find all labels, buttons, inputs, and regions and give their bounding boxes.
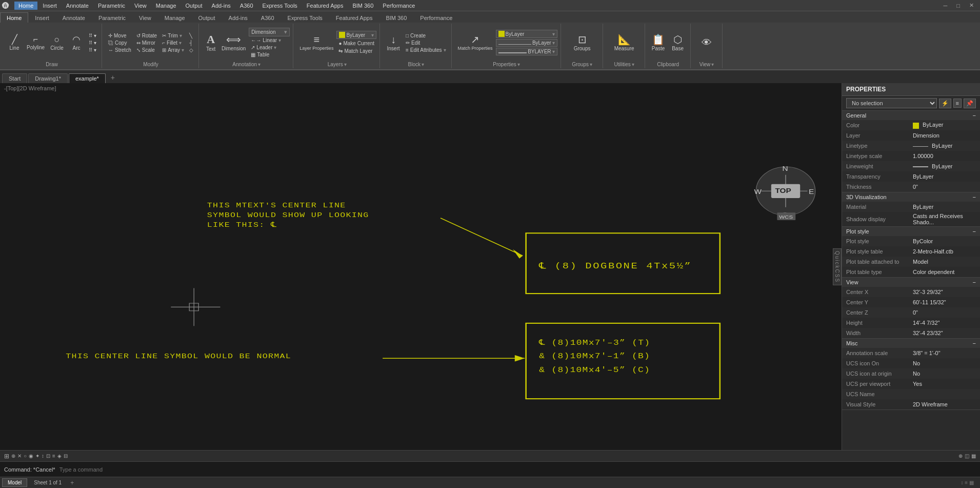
tab-drawing1[interactable]: Drawing1* bbox=[28, 73, 68, 83]
draw-extra-3[interactable]: ⠿▾ bbox=[87, 47, 98, 53]
line-button[interactable]: ╱ Line bbox=[5, 34, 24, 52]
selection-filter-dropdown[interactable]: No selection bbox=[846, 98, 937, 108]
properties-pin-button[interactable]: 📌 bbox=[964, 99, 976, 108]
new-tab-button[interactable]: + bbox=[107, 72, 119, 83]
tab-bim360[interactable]: BIM 360 bbox=[379, 12, 413, 23]
tab-addins[interactable]: Add-ins bbox=[222, 12, 254, 23]
window-restore[interactable]: □ bbox=[952, 2, 964, 10]
menu-performance[interactable]: Performance bbox=[378, 2, 419, 10]
group-button[interactable]: ⊡ Groups bbox=[572, 33, 593, 52]
menu-a360[interactable]: A360 bbox=[236, 2, 257, 10]
properties-list-button[interactable]: ≡ bbox=[953, 99, 962, 108]
status-icon-right-2[interactable]: ◫ bbox=[965, 453, 969, 459]
quick-css-panel[interactable]: QuickCSS bbox=[833, 248, 842, 285]
menu-parametric[interactable]: Parametric bbox=[94, 2, 129, 10]
layer-properties-button[interactable]: ≡ Layer Properties bbox=[297, 33, 335, 52]
polyline-button[interactable]: ⌐ Polyline bbox=[25, 34, 47, 51]
menu-bim360[interactable]: BIM 360 bbox=[348, 2, 377, 10]
menu-express[interactable]: Express Tools bbox=[258, 2, 302, 10]
text-button[interactable]: A Text bbox=[203, 33, 218, 53]
menu-annotate[interactable]: Annotate bbox=[62, 2, 93, 10]
draw-extra-2[interactable]: ⠿▾ bbox=[87, 40, 98, 46]
menu-insert[interactable]: Insert bbox=[38, 2, 61, 10]
window-minimize[interactable]: ─ bbox=[939, 2, 952, 10]
add-layout-button[interactable]: + bbox=[70, 479, 74, 486]
edit-button[interactable]: ✏ Edit bbox=[404, 40, 448, 46]
menu-view[interactable]: View bbox=[130, 2, 151, 10]
modify-extra-1[interactable]: ╲ bbox=[187, 32, 195, 39]
modify-extra-3[interactable]: ◇ bbox=[187, 47, 195, 53]
layers-dropdown-arrow[interactable]: ▾ bbox=[344, 62, 347, 67]
status-icon-right-1[interactable]: ⊕ bbox=[958, 453, 963, 459]
properties-dropdown-arrow[interactable]: ▾ bbox=[517, 62, 520, 67]
stretch-button[interactable]: ↔ Stretch bbox=[106, 47, 133, 53]
arc-button[interactable]: ◠ Arc bbox=[67, 34, 86, 52]
misc-section-header[interactable]: Misc − bbox=[842, 339, 980, 348]
draw-extra-1[interactable]: ⠿▾ bbox=[87, 32, 98, 39]
canvas-area[interactable]: -[Top][2D Wireframe] THIS MTEXT'S CENTER… bbox=[0, 83, 842, 450]
trim-button[interactable]: ✂ Trim ▾ bbox=[160, 32, 186, 39]
create-button[interactable]: □ Create bbox=[404, 32, 448, 39]
dimension-dropdown[interactable]: Dimension ▾ bbox=[249, 28, 290, 36]
linetype-dropdown[interactable]: ByLayer ▾ bbox=[496, 39, 557, 47]
array-button[interactable]: ⊞ Array ▾ bbox=[160, 47, 186, 53]
general-section-header[interactable]: General − bbox=[842, 111, 980, 120]
insert-button[interactable]: ↓ Insert bbox=[384, 33, 403, 52]
tab-home[interactable]: Home bbox=[0, 12, 28, 23]
copy-button[interactable]: ⿻ Copy bbox=[106, 40, 133, 46]
tab-annotate[interactable]: Annotate bbox=[56, 12, 92, 23]
mirror-button[interactable]: ⇔ Mirror bbox=[134, 40, 159, 46]
bottom-tab-model[interactable]: Model bbox=[2, 478, 27, 487]
make-current-button[interactable]: ● Make Current bbox=[336, 40, 376, 47]
view-section-header[interactable]: View − bbox=[842, 278, 980, 287]
view-dropdown-arrow[interactable]: ▾ bbox=[711, 62, 714, 67]
fillet-button[interactable]: ⌐ Fillet ▾ bbox=[160, 40, 186, 46]
tab-output[interactable]: Output bbox=[192, 12, 222, 23]
tab-performance[interactable]: Performance bbox=[413, 12, 459, 23]
rotate-button[interactable]: ↺ Rotate bbox=[134, 32, 159, 39]
tab-a360[interactable]: A360 bbox=[254, 12, 281, 23]
command-input[interactable] bbox=[59, 466, 976, 473]
match-properties-button[interactable]: ↗ Match Properties bbox=[456, 33, 495, 52]
tab-manage[interactable]: Manage bbox=[158, 12, 192, 23]
base-button[interactable]: ⬡ Base bbox=[669, 33, 687, 52]
layer-dropdown[interactable]: ByLayer ▾ bbox=[336, 31, 376, 39]
annotation-dropdown-arrow[interactable]: ▾ bbox=[258, 62, 261, 67]
tab-view[interactable]: View bbox=[132, 12, 158, 23]
measure-button[interactable]: 📐 Measure bbox=[612, 33, 636, 52]
menu-featured[interactable]: Featured Apps bbox=[303, 2, 348, 10]
menu-home[interactable]: Home bbox=[14, 2, 37, 10]
dimension-button[interactable]: ⟺ Dimension bbox=[219, 33, 248, 52]
color-dropdown[interactable]: ByLayer ▾ bbox=[496, 30, 557, 38]
utilities-dropdown-arrow[interactable]: ▾ bbox=[632, 62, 634, 67]
block-dropdown-arrow[interactable]: ▾ bbox=[422, 62, 424, 67]
plot-style-section-header[interactable]: Plot style − bbox=[842, 227, 980, 236]
tab-featured[interactable]: Featured Apps bbox=[329, 12, 379, 23]
window-close[interactable]: ✕ bbox=[965, 1, 978, 10]
paste-button[interactable]: 📋 Paste bbox=[649, 33, 668, 52]
tab-parametric[interactable]: Parametric bbox=[92, 12, 132, 23]
groups-dropdown-arrow[interactable]: ▾ bbox=[590, 62, 592, 67]
bottom-tab-sheet1[interactable]: Sheet 1 of 1 bbox=[28, 478, 67, 487]
view-button[interactable]: 👁 bbox=[697, 36, 716, 49]
move-button[interactable]: ✛ Move bbox=[106, 32, 133, 39]
leader-button[interactable]: ↗ Leader ▾ bbox=[249, 44, 290, 51]
tab-example[interactable]: example* bbox=[69, 73, 106, 83]
circle-button[interactable]: ○ Circle bbox=[48, 34, 66, 52]
visualization-section-header[interactable]: 3D Visualization − bbox=[842, 192, 980, 202]
menu-output[interactable]: Output bbox=[182, 2, 207, 10]
quick-select-button[interactable]: ⚡ bbox=[939, 99, 951, 108]
menu-addins[interactable]: Add-ins bbox=[208, 2, 235, 10]
tab-insert[interactable]: Insert bbox=[28, 12, 56, 23]
tab-start[interactable]: Start bbox=[2, 73, 27, 83]
lineweight-dropdown[interactable]: BYLAYER ▾ bbox=[496, 48, 557, 55]
table-button[interactable]: ▦ Table bbox=[249, 51, 290, 58]
modify-extra-2[interactable]: ┤ bbox=[187, 40, 195, 46]
tab-express[interactable]: Express Tools bbox=[281, 12, 329, 23]
linear-button[interactable]: ←→ Linear ▾ bbox=[249, 37, 290, 44]
edit-attributes-button[interactable]: ≡ Edit Attributes ▾ bbox=[404, 47, 448, 53]
scale-button[interactable]: ⤡ Scale bbox=[134, 47, 159, 53]
menu-manage[interactable]: Manage bbox=[152, 2, 181, 10]
match-layer-button[interactable]: ⇆ Match Layer bbox=[336, 48, 376, 54]
status-icon-right-3[interactable]: ▦ bbox=[971, 453, 976, 459]
